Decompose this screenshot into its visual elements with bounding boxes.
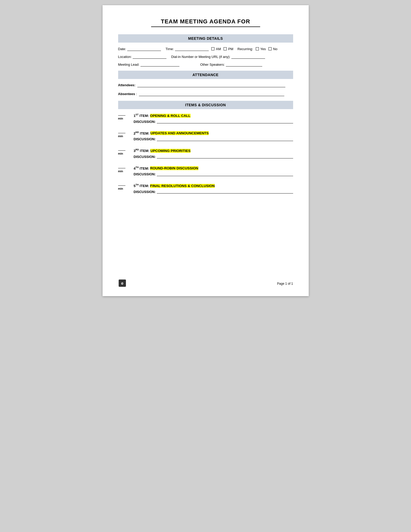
- item-5-discussion: DISCUSSION:: [134, 190, 293, 194]
- item-5-min-line: [118, 185, 125, 186]
- item-3-discussion: DISCUSSION:: [134, 155, 293, 159]
- item-4-min-col: min: [118, 166, 134, 173]
- meeting-lead-label: Meeting Lead:: [118, 63, 139, 66]
- item-3-title: 3RD ITEM: UPCOMING PRIORITIES: [134, 148, 293, 153]
- item-1-content: 1ST ITEM: OPENING & ROLL CALL DISCUSSION…: [134, 113, 293, 124]
- item-3-min-line: [118, 150, 125, 151]
- item-5-min-col: min: [118, 183, 134, 190]
- am-label: AM: [216, 47, 221, 51]
- am-checkbox[interactable]: [211, 47, 214, 50]
- meeting-details-section: MEETING DETAILS Date: Time: AM PM Recurr…: [118, 34, 293, 66]
- time-field[interactable]: [175, 47, 209, 51]
- document-page: TEAM MEETING AGENDA FOR MEETING DETAILS …: [103, 5, 309, 296]
- no-label: No: [273, 47, 278, 51]
- item-1-discussion: DISCUSSION:: [134, 120, 293, 124]
- item-3-highlight: UPCOMING PRIORITIES: [150, 149, 191, 153]
- item-1-min-label: min: [118, 117, 134, 120]
- item-1-min-line: [118, 115, 125, 116]
- page-number: Page 1 of 1: [277, 282, 293, 285]
- pm-label: PM: [228, 47, 233, 51]
- item-4-disc-label: DISCUSSION:: [134, 172, 156, 176]
- page-footer: e Page 1 of 1: [118, 279, 293, 288]
- item-4-content: 4TH ITEM: ROUND-ROBIN DISCUSSION DISCUSS…: [134, 166, 293, 176]
- item-2-discussion: DISCUSSION:: [134, 137, 293, 141]
- footer-logo: e: [118, 279, 126, 288]
- item-5-highlight: FINAL RESOLUTIONS & CONCLUSION: [150, 184, 215, 188]
- meeting-lead-field[interactable]: [140, 62, 179, 66]
- attendees-label: Attendees:: [118, 83, 136, 87]
- pm-checkbox[interactable]: [224, 47, 227, 50]
- no-checkbox[interactable]: [268, 47, 272, 50]
- date-label: Date:: [118, 47, 126, 51]
- item-5-content: 5TH ITEM: FINAL RESOLUTIONS & CONCLUSION…: [134, 183, 293, 194]
- am-group: AM: [211, 47, 221, 51]
- agenda-item-5: min 5TH ITEM: FINAL RESOLUTIONS & CONCLU…: [118, 183, 293, 194]
- attendees-row: Attendees:: [118, 83, 293, 87]
- no-group: No: [268, 47, 278, 51]
- document-title: TEAM MEETING AGENDA FOR: [118, 18, 293, 25]
- item-1-disc-label: DISCUSSION:: [134, 120, 156, 124]
- attendees-field[interactable]: [137, 83, 285, 87]
- item-4-min-label: min: [118, 170, 134, 173]
- attendance-header: ATTENDANCE: [118, 71, 293, 79]
- item-3-disc-label: DISCUSSION:: [134, 155, 156, 159]
- other-speakers-label: Other Speakers:: [200, 63, 225, 66]
- dialin-field[interactable]: [231, 55, 265, 59]
- meeting-details-header: MEETING DETAILS: [118, 34, 293, 43]
- dialin-label: Dial-in Number or Meeting URL (if any):: [171, 55, 230, 59]
- item-1-min-col: min: [118, 113, 134, 120]
- agenda-item-1: min 1ST ITEM: OPENING & ROLL CALL DISCUS…: [118, 113, 293, 124]
- item-3-content: 3RD ITEM: UPCOMING PRIORITIES DISCUSSION…: [134, 148, 293, 159]
- item-4-discussion: DISCUSSION:: [134, 172, 293, 176]
- item-2-disc-label: DISCUSSION:: [134, 137, 156, 141]
- item-4-title: 4TH ITEM: ROUND-ROBIN DISCUSSION: [134, 166, 293, 170]
- item-5-disc-label: DISCUSSION:: [134, 190, 156, 194]
- item-4-min-line: [118, 168, 125, 168]
- item-5-min-label: min: [118, 187, 134, 190]
- svg-text:e: e: [121, 281, 123, 285]
- item-5-disc-line[interactable]: [157, 190, 293, 194]
- item-2-title: 2ND ITEM: UPDATES AND ANNOUNCEMENTS: [134, 131, 293, 135]
- item-2-disc-line[interactable]: [157, 137, 293, 141]
- recurring-label: Recurring:: [238, 47, 253, 51]
- date-field[interactable]: [127, 47, 161, 51]
- absentees-row: Absentees :: [118, 92, 293, 96]
- yes-group: Yes: [256, 47, 266, 51]
- location-row: Location: Dial-in Number or Meeting URL …: [118, 55, 293, 59]
- title-underline: [151, 26, 260, 27]
- item-5-title: 5TH ITEM: FINAL RESOLUTIONS & CONCLUSION: [134, 183, 293, 188]
- agenda-item-2: min 2ND ITEM: UPDATES AND ANNOUNCEMENTS …: [118, 131, 293, 141]
- other-speakers-field[interactable]: [226, 62, 262, 66]
- item-2-content: 2ND ITEM: UPDATES AND ANNOUNCEMENTS DISC…: [134, 131, 293, 141]
- lead-row: Meeting Lead: Other Speakers:: [118, 62, 293, 66]
- item-1-highlight: OPENING & ROLL CALL: [150, 114, 191, 118]
- item-4-highlight: ROUND-ROBIN DISCUSSION: [150, 166, 198, 170]
- item-4-disc-line[interactable]: [157, 172, 293, 176]
- attendance-section: ATTENDANCE Attendees: Absentees :: [118, 71, 293, 96]
- item-2-min-line: [118, 133, 125, 133]
- absentees-label: Absentees: [118, 92, 135, 96]
- item-3-min-label: min: [118, 152, 134, 155]
- location-field[interactable]: [133, 55, 166, 59]
- time-label: Time:: [166, 47, 174, 51]
- item-2-highlight: UPDATES AND ANNOUNCEMENTS: [150, 131, 209, 135]
- item-1-title: 1ST ITEM: OPENING & ROLL CALL: [134, 113, 293, 118]
- item-1-disc-line[interactable]: [157, 120, 293, 123]
- agenda-item-3: min 3RD ITEM: UPCOMING PRIORITIES DISCUS…: [118, 148, 293, 159]
- logo-icon: e: [118, 279, 126, 287]
- items-header: ITEMS & DISCUSSION: [118, 101, 293, 109]
- pm-group: PM: [224, 47, 233, 51]
- item-2-min-col: min: [118, 131, 134, 138]
- location-label: Location:: [118, 55, 132, 59]
- item-3-disc-line[interactable]: [157, 155, 293, 158]
- item-3-min-col: min: [118, 148, 134, 155]
- date-time-row: Date: Time: AM PM Recurring: Yes No: [118, 47, 293, 51]
- agenda-item-4: min 4TH ITEM: ROUND-ROBIN DISCUSSION DIS…: [118, 166, 293, 176]
- item-2-min-label: min: [118, 135, 134, 138]
- items-section: ITEMS & DISCUSSION min 1ST ITEM: OPENING…: [118, 101, 293, 194]
- absentees-field[interactable]: [139, 92, 284, 96]
- yes-label: Yes: [260, 47, 266, 51]
- yes-checkbox[interactable]: [256, 47, 259, 50]
